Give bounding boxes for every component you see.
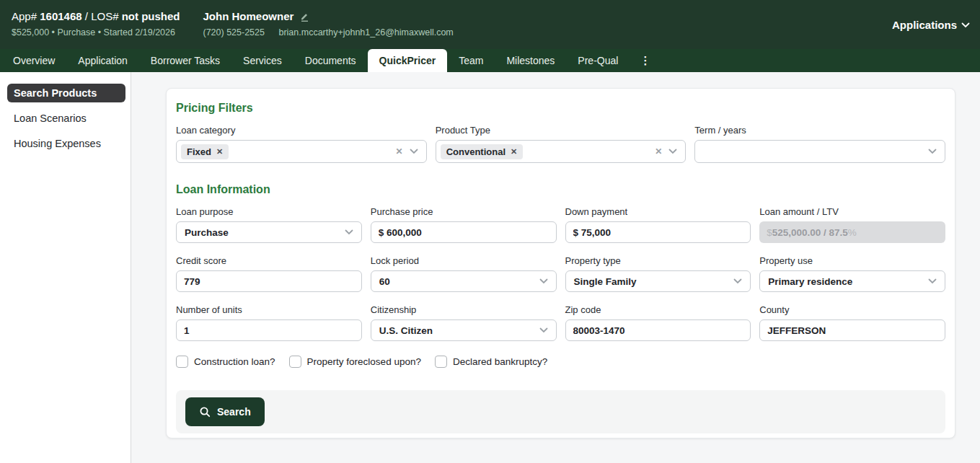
field-citizenship: Citizenship U.S. Citizen — [371, 304, 557, 341]
search-footer-band: Search — [176, 390, 945, 433]
loan-category-chip-label: Fixed — [187, 146, 211, 157]
select-controls: ✕ — [396, 146, 418, 156]
product-type-label: Product Type — [436, 125, 687, 136]
sidebar-item-housing-expenses[interactable]: Housing Expenses — [7, 134, 125, 153]
select-controls: ✕ — [655, 146, 677, 156]
tab-services[interactable]: Services — [231, 49, 293, 72]
property-type-value: Single Family — [574, 276, 734, 287]
purchase-price-input[interactable] — [371, 221, 557, 243]
property-type-select[interactable]: Single Family — [565, 270, 751, 292]
field-loan-category: Loan category Fixed ✕ ✕ — [176, 125, 427, 163]
product-type-chip: Conventional ✕ — [441, 144, 524, 159]
tab-borrower-tasks[interactable]: Borrower Tasks — [139, 49, 231, 72]
field-property-type: Property type Single Family — [565, 255, 751, 292]
loan-information-title: Loan Information — [176, 183, 945, 196]
loan-category-chip: Fixed ✕ — [181, 144, 229, 159]
chip-remove-icon[interactable]: ✕ — [216, 147, 223, 156]
property-use-select[interactable]: Primary residence — [759, 270, 945, 292]
tab-quickpricer[interactable]: QuickPricer — [368, 49, 448, 72]
kebab-menu-icon[interactable]: ⋮ — [630, 49, 661, 72]
field-lock-period: Lock period 60 — [371, 255, 557, 292]
field-product-type: Product Type Conventional ✕ ✕ — [436, 125, 687, 163]
tab-documents[interactable]: Documents — [293, 49, 368, 72]
credit-score-label: Credit score — [176, 255, 362, 266]
loan-amount-ltv-value: 525,000.00 / 87.5 — [772, 227, 848, 238]
chevron-down-icon — [410, 149, 418, 154]
down-payment-input[interactable] — [565, 221, 751, 243]
lock-period-label: Lock period — [371, 255, 557, 266]
term-years-select[interactable] — [694, 140, 945, 163]
borrower-email: brian.mccarthy+johnh1_26@himaxwell.com — [278, 27, 453, 38]
clear-icon[interactable]: ✕ — [396, 146, 403, 156]
tab-pre-qual[interactable]: Pre-Qual — [566, 49, 630, 72]
clear-icon[interactable]: ✕ — [655, 146, 662, 156]
main-nav: Overview Application Borrower Tasks Serv… — [0, 49, 980, 72]
product-type-multiselect[interactable]: Conventional ✕ ✕ — [436, 140, 687, 163]
app-root: App# 1601468 / LOS# not pushed $525,000 … — [0, 0, 980, 463]
field-purchase-price: Purchase price — [371, 206, 557, 243]
loan-summary-block: App# 1601468 / LOS# not pushed $525,000 … — [12, 9, 180, 38]
sidebar-item-loan-scenarios[interactable]: Loan Scenarios — [7, 109, 125, 128]
chevron-down-icon — [928, 278, 937, 284]
body-layout: Search Products Loan Scenarios Housing E… — [0, 72, 980, 463]
number-of-units-label: Number of units — [176, 304, 362, 315]
zip-code-input[interactable] — [565, 319, 751, 341]
tab-application[interactable]: Application — [66, 49, 139, 72]
chevron-down-icon — [961, 22, 970, 28]
loan-purpose-select[interactable]: Purchase — [176, 221, 362, 243]
chip-remove-icon[interactable]: ✕ — [511, 147, 517, 156]
pricing-filters-title: Pricing Filters — [176, 102, 945, 115]
property-foreclosed-checkbox[interactable]: Property foreclosed upon? — [289, 356, 421, 368]
field-number-of-units: Number of units — [176, 304, 362, 341]
applications-label: Applications — [892, 19, 957, 31]
lock-period-value: 60 — [379, 276, 539, 287]
field-credit-score: Credit score — [176, 255, 362, 292]
lock-period-select[interactable]: 60 — [371, 270, 557, 292]
checkbox-box[interactable] — [435, 356, 447, 368]
term-years-label: Term / years — [694, 125, 945, 136]
chevron-down-icon — [733, 278, 742, 284]
search-button[interactable]: Search — [185, 397, 265, 426]
county-label: County — [759, 304, 945, 315]
borrower-phone: (720) 525-2525 — [203, 27, 265, 38]
field-term-years: Term / years — [694, 125, 945, 163]
credit-score-input[interactable] — [176, 270, 362, 292]
main-content: Pricing Filters Loan category Fixed ✕ ✕ — [131, 72, 980, 463]
tab-overview[interactable]: Overview — [1, 49, 66, 72]
app-number-line: App# 1601468 / LOS# not pushed — [12, 9, 180, 24]
zip-code-label: Zip code — [565, 304, 751, 315]
purchase-price-label: Purchase price — [371, 206, 557, 217]
checkbox-box[interactable] — [289, 356, 301, 368]
question-checkboxes: Construction loan? Property foreclosed u… — [176, 356, 945, 368]
number-of-units-input[interactable] — [176, 319, 362, 341]
citizenship-value: U.S. Citizen — [379, 325, 539, 336]
sidebar: Search Products Loan Scenarios Housing E… — [0, 72, 131, 463]
loan-amount-ltv-readonly: $ 525,000.00 / 87.5 % — [759, 221, 945, 243]
chevron-down-icon — [539, 278, 548, 284]
loan-amount-ltv-label: Loan amount / LTV — [759, 206, 945, 217]
borrower-name-line: John Homeowner — [203, 9, 454, 24]
pricing-filters-grid: Loan category Fixed ✕ ✕ — [176, 125, 945, 163]
app-number: 1601468 — [40, 10, 81, 22]
sidebar-item-search-products[interactable]: Search Products — [7, 84, 125, 102]
app-header: App# 1601468 / LOS# not pushed $525,000 … — [0, 0, 980, 49]
tab-team[interactable]: Team — [447, 49, 495, 72]
loan-purpose-value: Purchase — [185, 227, 345, 238]
select-controls — [928, 149, 937, 154]
chevron-down-icon — [668, 149, 677, 154]
construction-loan-checkbox[interactable]: Construction loan? — [176, 356, 275, 368]
citizenship-select[interactable]: U.S. Citizen — [371, 319, 557, 341]
los-status: not pushed — [122, 10, 180, 22]
field-loan-purpose: Loan purpose Purchase — [176, 206, 362, 243]
field-down-payment: Down payment — [565, 206, 751, 243]
edit-pencil-icon[interactable] — [299, 12, 310, 22]
loan-category-multiselect[interactable]: Fixed ✕ ✕ — [176, 140, 427, 163]
field-loan-amount-ltv: Loan amount / LTV $ 525,000.00 / 87.5 % — [759, 206, 945, 243]
field-property-use: Property use Primary residence — [759, 255, 945, 292]
citizenship-label: Citizenship — [371, 304, 557, 315]
applications-dropdown[interactable]: Applications — [892, 19, 970, 31]
county-input[interactable] — [759, 319, 945, 341]
declared-bankruptcy-checkbox[interactable]: Declared bankruptcy? — [435, 356, 547, 368]
tab-milestones[interactable]: Milestones — [495, 49, 566, 72]
checkbox-box[interactable] — [176, 356, 188, 368]
